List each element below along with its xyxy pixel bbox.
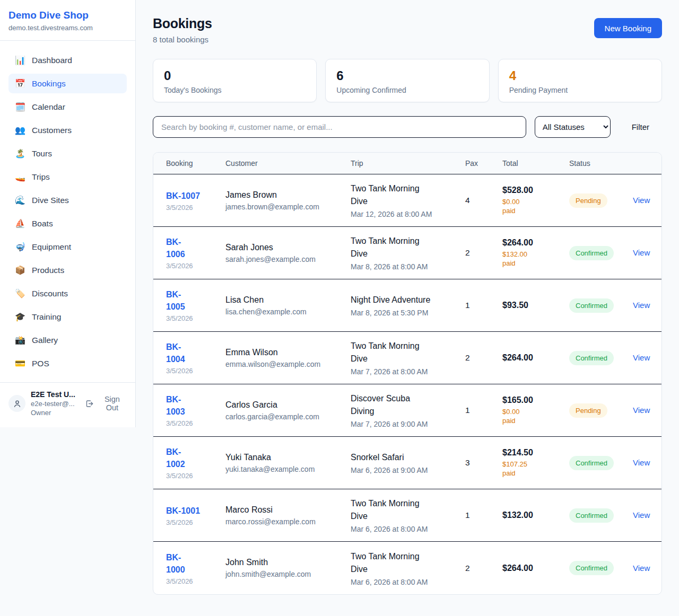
sign-out-button[interactable]: Sign Out xyxy=(85,395,127,412)
tag-icon: 🏷️ xyxy=(15,288,25,298)
sidebar-item-label: Dashboard xyxy=(32,56,72,65)
action-cell: View xyxy=(633,196,650,205)
sidebar-item-dive-sites[interactable]: 🌊Dive Sites xyxy=(8,190,127,210)
booking-link[interactable]: BK- 1006 xyxy=(166,236,185,260)
booking-link[interactable]: BK-1007 xyxy=(166,190,200,202)
diving-mask-icon: 🤿 xyxy=(15,242,25,252)
view-link[interactable]: View xyxy=(633,353,650,362)
sidebar-item-discounts[interactable]: 🏷️Discounts xyxy=(8,284,127,303)
booking-link[interactable]: BK- 1002 xyxy=(166,446,185,470)
stats-row: 0Today's Bookings6Upcoming Confirmed4Pen… xyxy=(153,59,662,102)
booking-date: 3/5/2026 xyxy=(166,518,217,526)
total-cell: $528.00$0.00 paid xyxy=(502,186,569,215)
booking-link[interactable]: BK- 1005 xyxy=(166,288,185,313)
view-link[interactable]: View xyxy=(633,564,650,573)
trip-name: Discover Scuba Diving xyxy=(351,392,446,418)
booking-cell: BK- 10053/5/2026 xyxy=(166,288,225,322)
user-role: Owner xyxy=(31,409,79,417)
booking-cell: BK- 10003/5/2026 xyxy=(166,551,225,585)
sidebar-item-pos[interactable]: 💳POS xyxy=(8,354,127,373)
customer-name: Emma Wilson xyxy=(225,348,342,357)
customer-cell: Marco Rossimarco.rossi@example.com xyxy=(225,505,351,526)
stat-card-upcoming-confirmed: 6Upcoming Confirmed xyxy=(325,59,489,102)
booking-link[interactable]: BK- 1003 xyxy=(166,393,185,418)
camera-icon: 📸 xyxy=(15,335,25,345)
action-cell: View xyxy=(633,301,650,310)
trip-name: Two Tank Morning Dive xyxy=(351,182,446,208)
booking-link[interactable]: BK- 1000 xyxy=(166,551,185,576)
table-body: BK-10073/5/2026James Brownjames.brown@ex… xyxy=(153,174,661,594)
sidebar-item-label: Equipment xyxy=(32,242,71,252)
customer-name: James Brown xyxy=(225,190,342,200)
view-link[interactable]: View xyxy=(633,301,650,310)
shop-header: Demo Dive Shop demo.test.divestreams.com xyxy=(0,0,135,41)
bar-chart-icon: 📊 xyxy=(15,55,25,65)
customer-cell: Lisa Chenlisa.chen@example.com xyxy=(225,295,351,316)
sidebar-item-customers[interactable]: 👥Customers xyxy=(8,120,127,140)
sidebar-item-tours[interactable]: 🏝️Tours xyxy=(8,144,127,163)
trip-cell: Two Tank Morning DiveMar 6, 2026 at 8:00… xyxy=(351,497,465,533)
sidebar-item-gallery[interactable]: 📸Gallery xyxy=(8,330,127,350)
total-cell: $93.50 xyxy=(502,301,569,310)
stat-label: Pending Payment xyxy=(509,86,651,94)
sidebar-item-boats[interactable]: ⛵Boats xyxy=(8,214,127,233)
view-link[interactable]: View xyxy=(633,248,650,257)
booking-date: 3/5/2026 xyxy=(166,419,217,427)
trip-cell: Night Dive AdventureMar 8, 2026 at 5:30 … xyxy=(351,294,465,317)
status-cell: Pending xyxy=(569,403,633,418)
customer-name: John Smith xyxy=(225,558,342,567)
pax-cell: 1 xyxy=(465,301,502,310)
view-link[interactable]: View xyxy=(633,196,650,205)
status-badge: Confirmed xyxy=(569,508,614,523)
filter-controls: All Statuses Filter xyxy=(153,116,662,138)
sidebar-item-products[interactable]: 📦Products xyxy=(8,260,127,280)
paid-amount: $132.00 paid xyxy=(502,250,534,268)
sidebar-item-trips[interactable]: 🚤Trips xyxy=(8,167,127,187)
status-cell: Confirmed xyxy=(569,351,633,365)
customer-name: Sarah Jones xyxy=(225,243,342,252)
calendar-icon: 📅 xyxy=(15,78,25,89)
sidebar-item-equipment[interactable]: 🤿Equipment xyxy=(8,237,127,257)
stat-label: Upcoming Confirmed xyxy=(336,86,478,94)
view-link[interactable]: View xyxy=(633,511,650,520)
sign-out-label: Sign Out xyxy=(98,395,127,412)
booking-link[interactable]: BK-1001 xyxy=(166,505,200,517)
trip-datetime: Mar 7, 2026 at 9:00 AM xyxy=(351,420,457,428)
customer-email: emma.wilson@example.com xyxy=(225,360,342,368)
trip-cell: Snorkel SafariMar 6, 2026 at 9:00 AM xyxy=(351,451,465,474)
page-subtitle: 8 total bookings xyxy=(153,35,212,44)
customer-cell: Sarah Jonessarah.jones@example.com xyxy=(225,243,351,263)
sidebar-item-dashboard[interactable]: 📊Dashboard xyxy=(8,50,127,70)
search-input[interactable] xyxy=(153,116,526,138)
sidebar-item-label: Customers xyxy=(32,126,72,135)
sidebar-item-training[interactable]: 🎓Training xyxy=(8,307,127,327)
column-header: Booking xyxy=(166,159,225,168)
booking-date: 3/5/2026 xyxy=(166,262,217,270)
main-content: Bookings 8 total bookings New Booking 0T… xyxy=(136,0,679,612)
user-section: E2E Test U... e2e-tester@... Owner Sign … xyxy=(0,382,135,427)
user-name: E2E Test U... xyxy=(31,390,79,399)
paid-amount: $0.00 paid xyxy=(502,197,534,215)
pax-cell: 2 xyxy=(465,248,502,258)
stat-card-today-s-bookings: 0Today's Bookings xyxy=(153,59,317,102)
total-amount: $264.00 xyxy=(502,238,561,248)
status-filter-select[interactable]: All Statuses xyxy=(535,116,611,138)
booking-date: 3/5/2026 xyxy=(166,204,217,212)
table-row: BK- 10063/5/2026Sarah Jonessarah.jones@e… xyxy=(153,227,661,279)
new-booking-button[interactable]: New Booking xyxy=(594,18,662,38)
view-link[interactable]: View xyxy=(633,406,650,415)
sidebar-item-calendar[interactable]: 🗓️Calendar xyxy=(8,97,127,117)
booking-date: 3/5/2026 xyxy=(166,577,217,585)
status-cell: Confirmed xyxy=(569,561,633,575)
total-amount: $165.00 xyxy=(502,395,561,405)
sidebar-item-bookings[interactable]: 📅Bookings xyxy=(8,74,127,93)
customer-name: Carlos Garcia xyxy=(225,400,342,410)
customer-email: marco.rossi@example.com xyxy=(225,517,342,526)
filter-button[interactable]: Filter xyxy=(619,122,662,131)
action-cell: View xyxy=(633,406,650,415)
booking-link[interactable]: BK- 1004 xyxy=(166,341,185,365)
status-cell: Confirmed xyxy=(569,298,633,313)
sidebar-item-label: Dive Sites xyxy=(32,196,69,205)
stat-card-pending-payment: 4Pending Payment xyxy=(498,59,662,102)
view-link[interactable]: View xyxy=(633,458,650,467)
